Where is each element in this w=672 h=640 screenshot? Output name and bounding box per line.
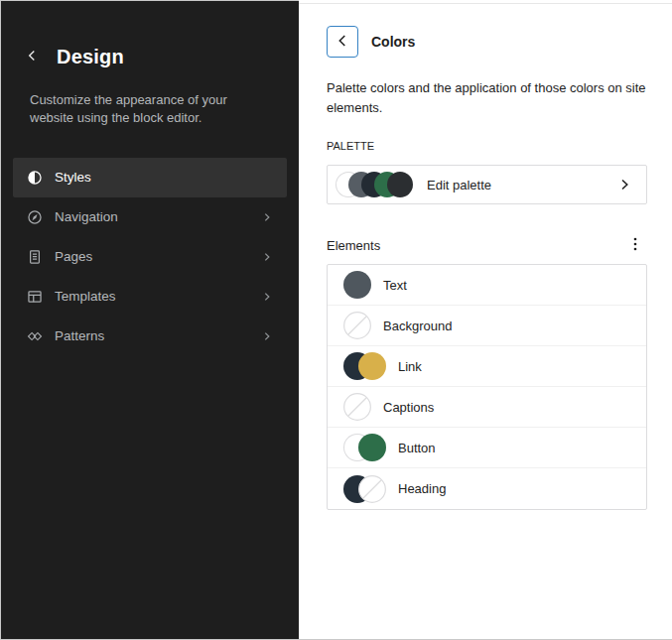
sidebar-item-pages[interactable]: Pages (13, 237, 287, 277)
site-editor-window: Design Customize the appearance of your … (0, 0, 672, 640)
element-label: Background (383, 319, 452, 333)
sidebar-back-button[interactable] (19, 44, 45, 69)
sidebar-item-label: Styles (55, 170, 91, 185)
color-swatch-unset (343, 312, 371, 339)
color-swatch-pair (343, 475, 386, 503)
colors-panel: Colors Palette colors and the applicatio… (299, 0, 672, 639)
element-label: Heading (398, 481, 446, 496)
panel-description: Palette colors and the application of th… (327, 78, 653, 118)
element-row-captions[interactable]: Captions (328, 387, 646, 428)
colors-back-button[interactable] (327, 26, 358, 58)
edit-palette-label: Edit palette (427, 178, 491, 192)
panel-title: Colors (371, 34, 415, 50)
edit-palette-button[interactable]: Edit palette (327, 165, 647, 204)
element-row-background[interactable]: Background (328, 306, 646, 346)
sidebar-item-label: Patterns (55, 328, 104, 343)
sidebar-nav: StylesNavigationPagesTemplatesPatterns (1, 158, 299, 356)
pages-icon (23, 245, 47, 269)
chevron-right-icon (257, 326, 277, 346)
sidebar-item-patterns[interactable]: Patterns (13, 317, 287, 356)
palette-swatches (336, 172, 413, 197)
patterns-icon (23, 324, 47, 348)
element-row-heading[interactable]: Heading (328, 468, 646, 509)
palette-swatch (387, 172, 413, 197)
color-swatch-unset (358, 475, 386, 503)
color-swatch (358, 434, 386, 461)
page-title: Design (57, 46, 124, 68)
chevron-right-icon (612, 173, 636, 196)
color-swatch-pair (343, 434, 386, 461)
elements-section-label: Elements (327, 238, 380, 253)
elements-list: TextBackgroundLinkCaptionsButtonHeading (327, 264, 647, 510)
chevron-right-icon (257, 287, 277, 307)
sidebar-item-navigation[interactable]: Navigation (13, 197, 287, 237)
elements-options-button[interactable] (623, 233, 647, 257)
element-row-link[interactable]: Link (328, 346, 646, 387)
sidebar-description: Customize the appearance of your website… (30, 91, 262, 128)
element-row-text[interactable]: Text (328, 265, 646, 306)
elements-header: Elements (327, 233, 647, 257)
chevron-left-icon (332, 30, 353, 55)
element-label: Text (383, 278, 407, 293)
sidebar-header: Design (1, 40, 299, 73)
palette-section-label: PALETTE (327, 140, 647, 152)
color-swatch (358, 352, 386, 380)
element-label: Captions (383, 400, 434, 415)
colors-panel-header: Colors (327, 26, 647, 58)
kebab-menu-icon (623, 232, 647, 259)
sidebar-item-styles[interactable]: Styles (13, 158, 287, 197)
styles-icon (23, 166, 47, 190)
navigation-icon (23, 205, 47, 229)
sidebar-item-templates[interactable]: Templates (13, 277, 287, 317)
templates-icon (23, 285, 47, 309)
chevron-right-icon (257, 207, 277, 227)
element-label: Link (398, 359, 422, 374)
color-swatch-unset (343, 393, 371, 421)
color-swatch (343, 271, 371, 299)
color-swatch-pair (343, 352, 386, 380)
chevron-right-icon (257, 247, 277, 267)
sidebar-item-label: Pages (55, 249, 92, 264)
sidebar-item-label: Navigation (55, 209, 118, 224)
design-sidebar: Design Customize the appearance of your … (1, 0, 299, 639)
chevron-left-icon (21, 45, 43, 69)
sidebar-item-label: Templates (55, 289, 116, 304)
element-row-button[interactable]: Button (328, 428, 646, 468)
element-label: Button (398, 441, 436, 455)
